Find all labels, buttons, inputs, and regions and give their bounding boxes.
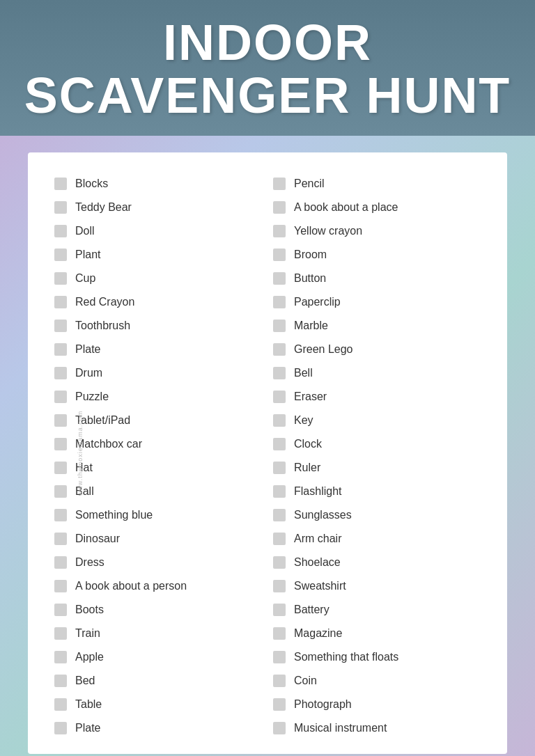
checkbox[interactable]: [54, 343, 67, 356]
list-item[interactable]: Blocks: [49, 172, 268, 196]
checkbox[interactable]: [54, 296, 67, 308]
checkbox[interactable]: [273, 722, 286, 734]
checkbox[interactable]: [54, 722, 67, 734]
list-item[interactable]: Eraser: [268, 385, 486, 409]
checkbox[interactable]: [273, 556, 286, 569]
list-item[interactable]: Plate: [49, 338, 268, 361]
checkbox[interactable]: [54, 675, 67, 687]
checkbox[interactable]: [273, 580, 286, 592]
checkbox[interactable]: [273, 414, 286, 427]
checkbox[interactable]: [54, 651, 67, 663]
list-item[interactable]: Dress: [49, 551, 268, 574]
list-item[interactable]: Magazine: [268, 622, 486, 645]
checkbox[interactable]: [54, 556, 67, 569]
item-label: Bell: [294, 367, 313, 379]
item-label: Boots: [75, 604, 104, 616]
list-item[interactable]: Arm chair: [268, 527, 486, 551]
list-item[interactable]: Something blue: [49, 503, 268, 527]
checkbox[interactable]: [273, 367, 286, 379]
list-item[interactable]: Marble: [268, 314, 486, 338]
checkbox[interactable]: [54, 225, 67, 237]
checkbox[interactable]: [273, 627, 286, 640]
checkbox[interactable]: [54, 580, 67, 592]
checkbox[interactable]: [273, 201, 286, 214]
checkbox[interactable]: [54, 367, 67, 379]
list-item[interactable]: Button: [268, 267, 486, 290]
checkbox[interactable]: [54, 627, 67, 640]
checkbox[interactable]: [54, 201, 67, 214]
list-item[interactable]: Apple: [49, 645, 268, 669]
list-item[interactable]: Clock: [268, 432, 486, 456]
checkbox[interactable]: [273, 320, 286, 332]
checkbox[interactable]: [54, 533, 67, 545]
list-item[interactable]: Sweatshirt: [268, 574, 486, 598]
list-item[interactable]: Key: [268, 409, 486, 432]
list-item[interactable]: Bed: [49, 669, 268, 693]
checkbox[interactable]: [54, 604, 67, 616]
list-item[interactable]: Yellow crayon: [268, 219, 486, 243]
list-item[interactable]: Bell: [268, 361, 486, 385]
list-item[interactable]: Ruler: [268, 456, 486, 480]
checkbox[interactable]: [54, 698, 67, 711]
checkbox[interactable]: [273, 462, 286, 474]
list-item[interactable]: Plant: [49, 243, 268, 267]
checkbox[interactable]: [54, 178, 67, 190]
checkbox[interactable]: [273, 485, 286, 498]
list-item[interactable]: Teddy Bear: [49, 196, 268, 219]
checkbox[interactable]: [54, 438, 67, 450]
checkbox[interactable]: [54, 462, 67, 474]
checkbox[interactable]: [273, 272, 286, 285]
list-item[interactable]: Table: [49, 693, 268, 716]
list-item[interactable]: Dinosaur: [49, 527, 268, 551]
list-item[interactable]: Something that floats: [268, 645, 486, 669]
list-item[interactable]: Boots: [49, 598, 268, 622]
checkbox[interactable]: [273, 438, 286, 450]
checkbox[interactable]: [273, 343, 286, 356]
checkbox[interactable]: [273, 604, 286, 616]
list-item[interactable]: Cup: [49, 267, 268, 290]
item-label: Shoelace: [294, 556, 341, 569]
checkbox[interactable]: [54, 509, 67, 521]
checkbox[interactable]: [273, 698, 286, 711]
item-label: Drum: [75, 367, 102, 379]
list-item[interactable]: Photograph: [268, 693, 486, 716]
list-item[interactable]: Drum: [49, 361, 268, 385]
item-label: Puzzle: [75, 391, 109, 403]
list-item[interactable]: Train: [49, 622, 268, 645]
list-item[interactable]: Pencil: [268, 172, 486, 196]
checkbox[interactable]: [54, 391, 67, 403]
list-item[interactable]: Coin: [268, 669, 486, 693]
checkbox[interactable]: [273, 391, 286, 403]
list-item[interactable]: Paperclip: [268, 290, 486, 314]
checkbox[interactable]: [54, 249, 67, 261]
list-item[interactable]: Flashlight: [268, 480, 486, 503]
list-item[interactable]: Battery: [268, 598, 486, 622]
checkbox[interactable]: [54, 272, 67, 285]
checkbox[interactable]: [54, 485, 67, 498]
list-item[interactable]: Musical instrument: [268, 716, 486, 740]
list-item[interactable]: Puzzle: [49, 385, 268, 409]
watermark: www.themoxiemama.com: [77, 411, 84, 496]
checkbox[interactable]: [54, 320, 67, 332]
checkbox[interactable]: [273, 509, 286, 521]
checkbox[interactable]: [273, 533, 286, 545]
list-item[interactable]: Plate: [49, 716, 268, 740]
checkbox[interactable]: [273, 296, 286, 308]
checkbox[interactable]: [273, 178, 286, 190]
list-item[interactable]: Red Crayon: [49, 290, 268, 314]
item-label: Button: [294, 272, 326, 285]
checkbox[interactable]: [54, 414, 67, 427]
list-item[interactable]: A book about a place: [268, 196, 486, 219]
checkbox[interactable]: [273, 675, 286, 687]
list-item[interactable]: Shoelace: [268, 551, 486, 574]
list-item[interactable]: Broom: [268, 243, 486, 267]
list-item[interactable]: Green Lego: [268, 338, 486, 361]
checkbox[interactable]: [273, 651, 286, 663]
checkbox[interactable]: [273, 225, 286, 237]
list-item[interactable]: Sunglasses: [268, 503, 486, 527]
list-item[interactable]: Doll: [49, 219, 268, 243]
list-item[interactable]: Toothbrush: [49, 314, 268, 338]
checkbox[interactable]: [273, 249, 286, 261]
item-label: Teddy Bear: [75, 201, 132, 214]
list-item[interactable]: A book about a person: [49, 574, 268, 598]
